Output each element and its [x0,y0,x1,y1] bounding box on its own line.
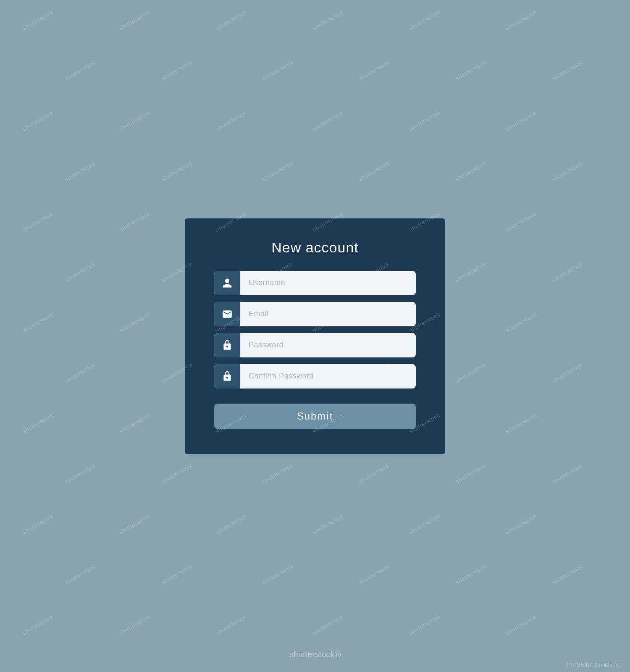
username-input[interactable] [240,278,416,287]
confirm-lock-icon [222,371,233,382]
user-icon [222,278,233,289]
confirm-password-field-row [214,364,416,388]
confirm-password-icon-area [214,364,240,388]
submit-button[interactable]: Submit [214,404,416,429]
password-icon-area [214,333,240,357]
shutterstock-logo: shutterstock® [289,650,341,659]
page-title: New account [271,239,359,256]
password-input[interactable] [240,341,416,349]
email-field-row [214,302,416,326]
form-fields [214,271,416,388]
confirm-password-input[interactable] [240,372,416,381]
registration-card: New account [185,218,445,454]
email-icon-area [214,302,240,326]
email-input[interactable] [240,310,416,318]
shutterstock-text: shutterstock [289,650,335,659]
username-field-row [214,271,416,295]
lock-icon [222,340,233,351]
email-icon [222,309,233,320]
image-id: IMAGE ID: 227425060 [567,662,622,668]
password-field-row [214,333,416,357]
username-icon-area [214,271,240,295]
